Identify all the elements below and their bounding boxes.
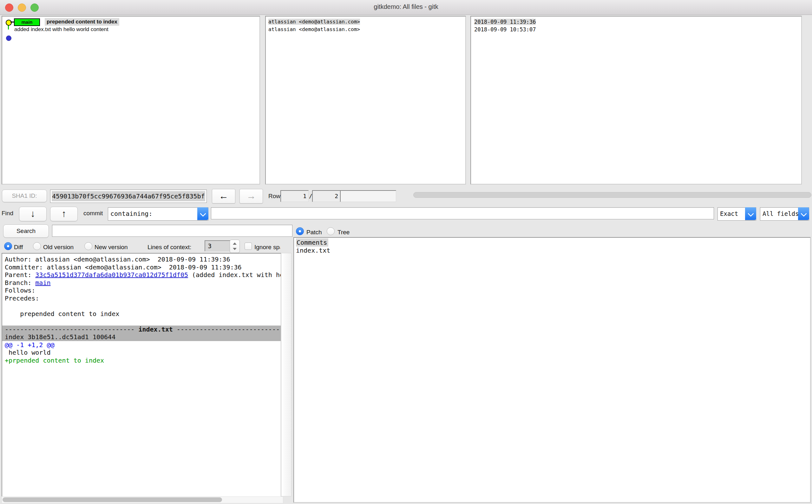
row-label: Row bbox=[268, 193, 280, 200]
branch-label-main[interactable]: main bbox=[14, 18, 40, 26]
new-version-radio[interactable] bbox=[84, 242, 92, 250]
chevron-down-icon[interactable] bbox=[745, 207, 756, 220]
old-version-radio[interactable] bbox=[33, 242, 41, 250]
patch-label[interactable]: Patch bbox=[306, 229, 322, 236]
find-next-button[interactable]: ↓ bbox=[19, 207, 47, 221]
search-input[interactable] bbox=[52, 225, 292, 237]
back-arrow-icon: ← bbox=[219, 191, 228, 201]
context-lines-stepper[interactable] bbox=[230, 240, 240, 253]
sha1-input[interactable]: 459013b70f5cc99676936a744a67f95ce5f835bf bbox=[50, 190, 207, 203]
find-type-dropdown[interactable]: containing: bbox=[108, 207, 208, 221]
file-list-panel[interactable]: Comments index.txt bbox=[293, 237, 811, 503]
diff-line-plain: Committer: atlassian <demo@atlassian.com… bbox=[2, 263, 281, 271]
search-button[interactable]: Search bbox=[3, 224, 49, 238]
diff-line-filehdr: index 3b18e51..dc51ad1 100644 bbox=[2, 333, 281, 341]
commit-row[interactable]: added index.txt with hello world content bbox=[2, 26, 259, 33]
diff-line-filesep: ---------------------------------- index… bbox=[2, 326, 281, 333]
find-match-dropdown[interactable]: Exact bbox=[718, 207, 756, 221]
branch-link[interactable]: main bbox=[35, 279, 50, 287]
commit-subject[interactable]: prepended content to index bbox=[45, 18, 119, 26]
file-list-item[interactable]: index.txt bbox=[296, 247, 330, 255]
commit-row[interactable]: main prepended content to index bbox=[2, 18, 259, 26]
commit-label: commit bbox=[83, 210, 103, 217]
diff-line-plain: Author: atlassian <demo@atlassian.com> 2… bbox=[2, 255, 281, 263]
stepper-up-icon[interactable] bbox=[233, 242, 237, 245]
diff-line-blank bbox=[2, 318, 281, 326]
diff-text: Author: atlassian <demo@atlassian.com> 2… bbox=[2, 255, 281, 364]
context-lines-input[interactable]: 3 bbox=[205, 240, 230, 251]
sha1-id-button[interactable]: SHA1 ID: bbox=[2, 190, 47, 202]
diff-vscrollbar[interactable] bbox=[281, 253, 291, 496]
diff-line-plain: Follows: bbox=[2, 287, 281, 294]
dates-panel[interactable]: 2018-09-09 11:39:36 2018-09-09 10:53:07 bbox=[471, 16, 802, 184]
diff-line-plain: Precedes: bbox=[2, 294, 281, 302]
down-arrow-icon: ↓ bbox=[30, 208, 35, 219]
diff-line-blank bbox=[2, 302, 281, 310]
patch-radio[interactable] bbox=[296, 227, 304, 235]
diff-line-parent: Parent: 33c5a5151d377dafa6da01b937ca012d… bbox=[2, 271, 281, 279]
up-arrow-icon: ↑ bbox=[62, 208, 66, 219]
tree-radio[interactable] bbox=[327, 227, 334, 235]
diff-line-add: +prpended content to index bbox=[2, 357, 281, 365]
chevron-down-icon[interactable] bbox=[798, 207, 809, 220]
ignore-space-checkbox[interactable] bbox=[244, 242, 252, 250]
row-current-field: 1 bbox=[280, 190, 308, 202]
diff-line-branch: Branch: main bbox=[2, 279, 281, 287]
tree-label[interactable]: Tree bbox=[337, 229, 349, 236]
history-forward-button[interactable]: → bbox=[239, 189, 263, 204]
author-cell[interactable]: atlassian <demo@atlassian.com> bbox=[268, 18, 360, 26]
commit-subject[interactable]: added index.txt with hello world content bbox=[14, 26, 108, 33]
find-label: Find bbox=[2, 210, 13, 217]
commit-graph-panel[interactable]: main prepended content to index added in… bbox=[2, 16, 260, 184]
date-cell[interactable]: 2018-09-09 10:53:07 bbox=[474, 26, 536, 33]
file-list-item[interactable]: Comments bbox=[296, 239, 328, 247]
find-prev-button[interactable]: ↑ bbox=[50, 207, 78, 221]
diff-radio[interactable] bbox=[4, 242, 12, 250]
diff-controls-bar: Diff Old version New version Lines of co… bbox=[0, 240, 280, 253]
old-version-label[interactable]: Old version bbox=[43, 244, 74, 251]
diff-line-ctx: hello world bbox=[2, 349, 281, 357]
diff-label[interactable]: Diff bbox=[14, 244, 23, 251]
forward-arrow-icon: → bbox=[246, 191, 256, 201]
author-cell[interactable]: atlassian <demo@atlassian.com> bbox=[268, 26, 360, 33]
window-title: gitkdemo: All files - gitk bbox=[0, 3, 812, 10]
diff-line-hunk: @@ -1 +1,2 @@ bbox=[2, 341, 281, 349]
stepper-down-icon[interactable] bbox=[233, 248, 237, 250]
row-extra-field bbox=[340, 190, 396, 202]
diff-line-plain: prepended content to index bbox=[2, 310, 281, 318]
commit-list-hscrollbar[interactable] bbox=[413, 192, 811, 198]
commit-node-head[interactable] bbox=[6, 20, 12, 26]
authors-panel[interactable]: atlassian <demo@atlassian.com> atlassian… bbox=[265, 16, 466, 184]
chevron-down-icon[interactable] bbox=[197, 207, 208, 220]
find-type-value: containing: bbox=[108, 208, 208, 220]
find-fields-dropdown[interactable]: All fields bbox=[760, 207, 809, 221]
diff-hscrollbar-thumb[interactable] bbox=[3, 497, 222, 502]
new-version-label[interactable]: New version bbox=[94, 244, 128, 251]
gitk-window: gitkdemo: All files - gitk main prepende… bbox=[0, 0, 812, 504]
find-query-input[interactable] bbox=[211, 207, 714, 219]
diff-panel[interactable]: Author: atlassian <demo@atlassian.com> 2… bbox=[2, 253, 281, 497]
ignore-space-label[interactable]: Ignore spac bbox=[254, 244, 280, 251]
row-total-field: 2 bbox=[312, 190, 340, 202]
title-bar: gitkdemo: All files - gitk bbox=[0, 0, 812, 15]
parent-sha-link[interactable]: 33c5a5151d377dafa6da01b937ca012d75f1df05 bbox=[35, 271, 188, 279]
date-cell[interactable]: 2018-09-09 11:39:36 bbox=[474, 18, 536, 26]
history-back-button[interactable]: ← bbox=[212, 189, 235, 204]
lines-of-context-label: Lines of context: bbox=[147, 244, 191, 251]
commit-node[interactable] bbox=[6, 36, 11, 41]
